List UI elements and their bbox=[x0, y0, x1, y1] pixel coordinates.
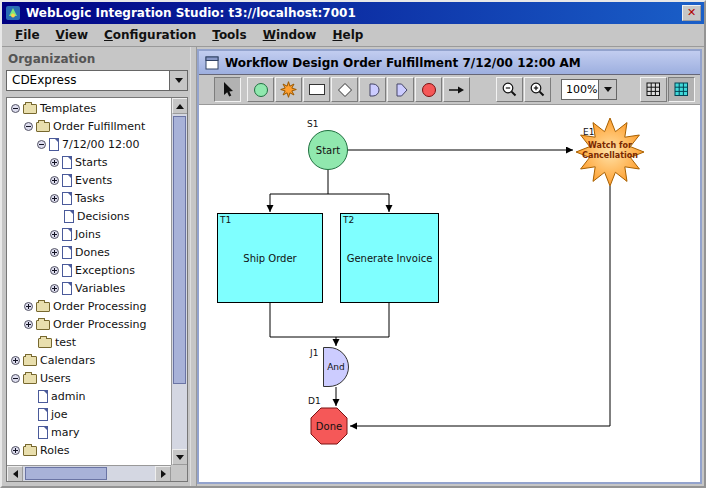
tree-item-decisions-6[interactable]: Decisions bbox=[8, 207, 171, 225]
tree-item-users-15[interactable]: Users bbox=[8, 369, 171, 387]
tree-item-order-processing-11[interactable]: Order Processing bbox=[8, 297, 171, 315]
join-or-tool[interactable] bbox=[387, 77, 414, 102]
tree-item-label: Order Processing bbox=[53, 318, 147, 331]
decision-tool[interactable] bbox=[331, 77, 358, 102]
scroll-left-button[interactable] bbox=[7, 466, 23, 482]
node-e1-watch-for-cancellation[interactable]: E1Watch for Cancellation bbox=[575, 117, 645, 187]
node-t2-generate-invoice[interactable]: T2Generate Invoice bbox=[340, 213, 439, 303]
tree-item-mary-18[interactable]: mary bbox=[8, 423, 171, 441]
event-tool[interactable] bbox=[275, 77, 302, 102]
tree-item-label: 7/12/00 12:00 bbox=[62, 138, 140, 151]
zoom-out-icon bbox=[501, 81, 518, 98]
horizontal-scroll-thumb[interactable] bbox=[25, 467, 107, 480]
tree-item-exceptions-9[interactable]: Exceptions bbox=[8, 261, 171, 279]
zoom-out-button[interactable] bbox=[496, 77, 523, 102]
expand-handle-icon[interactable] bbox=[11, 446, 20, 455]
connection-tool[interactable] bbox=[443, 77, 470, 102]
join-and-tool[interactable] bbox=[359, 77, 386, 102]
tree-item-variables-10[interactable]: Variables bbox=[8, 279, 171, 297]
tree-item-starts-3[interactable]: Starts bbox=[8, 153, 171, 171]
expand-handle-icon[interactable] bbox=[50, 194, 59, 203]
collapse-handle-icon[interactable] bbox=[37, 140, 46, 149]
vertical-scroll-thumb[interactable] bbox=[173, 116, 186, 384]
show-grid-button[interactable] bbox=[640, 77, 667, 102]
arrow-right-icon bbox=[161, 470, 166, 478]
zoom-level-select[interactable]: 100% bbox=[561, 79, 617, 100]
tree-item-label: mary bbox=[51, 426, 80, 439]
done-tool[interactable] bbox=[415, 77, 442, 102]
tree-item-roles-19[interactable]: Roles bbox=[8, 441, 171, 459]
tree-item-label: Joins bbox=[75, 228, 101, 241]
zoom-dropdown-button[interactable] bbox=[598, 80, 616, 99]
workflow-window-titlebar[interactable]: Workflow Design Order Fulfillment 7/12/0… bbox=[199, 51, 700, 75]
done-icon bbox=[421, 82, 437, 98]
tree-item-label: joe bbox=[51, 408, 68, 421]
tree-horizontal-scrollbar[interactable] bbox=[7, 465, 171, 481]
menu-view[interactable]: View bbox=[48, 25, 96, 45]
expand-handle-icon[interactable] bbox=[50, 230, 59, 239]
tree-item-templates-0[interactable]: Templates bbox=[8, 99, 171, 117]
organization-select[interactable]: CDExpress bbox=[6, 70, 188, 91]
expand-handle-icon[interactable] bbox=[50, 284, 59, 293]
scroll-down-button[interactable] bbox=[172, 449, 188, 465]
doc-icon bbox=[62, 228, 72, 241]
doc-icon bbox=[62, 282, 72, 295]
panel-splitter[interactable] bbox=[190, 47, 197, 486]
node-t1-ship-order[interactable]: T1Ship Order bbox=[217, 213, 323, 303]
collapse-handle-icon[interactable] bbox=[11, 104, 20, 113]
workflow-window-icon bbox=[205, 56, 219, 70]
doc-icon bbox=[64, 210, 74, 223]
connection-arrow-icon bbox=[447, 84, 466, 96]
pointer-icon bbox=[220, 81, 235, 98]
organization-dropdown-button[interactable] bbox=[169, 71, 187, 90]
menu-configuration[interactable]: Configuration bbox=[96, 25, 204, 45]
menu-tools[interactable]: Tools bbox=[204, 25, 254, 45]
tree-item-order-processing-12[interactable]: Order Processing bbox=[8, 315, 171, 333]
tree-item-admin-16[interactable]: admin bbox=[8, 387, 171, 405]
collapse-handle-icon[interactable] bbox=[24, 122, 33, 131]
folder-icon bbox=[36, 122, 50, 132]
node-s1-start[interactable]: S1Start bbox=[308, 130, 348, 170]
collapse-handle-icon[interactable] bbox=[11, 374, 20, 383]
tree-item-test-13[interactable]: test bbox=[8, 333, 171, 351]
tree-item-tasks-5[interactable]: Tasks bbox=[8, 189, 171, 207]
expand-handle-icon[interactable] bbox=[24, 302, 33, 311]
tree-item-joe-17[interactable]: joe bbox=[8, 405, 171, 423]
expand-handle-icon[interactable] bbox=[50, 158, 59, 167]
node-label: Start bbox=[309, 131, 347, 169]
menu-file[interactable]: File bbox=[7, 25, 48, 45]
close-button[interactable]: ✕ bbox=[682, 5, 701, 21]
workflow-canvas[interactable]: S1StartE1Watch for CancellationT1Ship Or… bbox=[199, 105, 700, 482]
snap-grid-button[interactable] bbox=[668, 77, 695, 102]
tree-item-7-12-00-12-00-2[interactable]: 7/12/00 12:00 bbox=[8, 135, 171, 153]
folder-icon bbox=[23, 446, 37, 456]
start-tool[interactable] bbox=[247, 77, 274, 102]
node-d1-done[interactable]: D1Done bbox=[310, 407, 348, 445]
pointer-tool[interactable] bbox=[214, 77, 241, 102]
tree-item-order-fulfillment-1[interactable]: Order Fulfillment bbox=[8, 117, 171, 135]
zoom-in-button[interactable] bbox=[524, 77, 551, 102]
scroll-up-button[interactable] bbox=[172, 98, 188, 114]
scroll-right-button[interactable] bbox=[155, 466, 171, 482]
vertical-scroll-track[interactable] bbox=[172, 114, 187, 449]
grid-teal-icon bbox=[674, 82, 689, 97]
decision-icon bbox=[337, 82, 353, 98]
horizontal-scroll-track[interactable] bbox=[23, 466, 155, 481]
expand-handle-icon[interactable] bbox=[24, 320, 33, 329]
title-bar[interactable]: WebLogic Integration Studio: t3://localh… bbox=[2, 2, 704, 24]
menu-help[interactable]: Help bbox=[324, 25, 371, 45]
node-j1-and[interactable]: J1And bbox=[323, 347, 349, 387]
chevron-down-icon bbox=[604, 87, 612, 92]
tree-item-joins-7[interactable]: Joins bbox=[8, 225, 171, 243]
expand-handle-icon[interactable] bbox=[50, 248, 59, 257]
tree-item-events-4[interactable]: Events bbox=[8, 171, 171, 189]
task-tool[interactable] bbox=[303, 77, 330, 102]
expand-handle-icon[interactable] bbox=[50, 176, 59, 185]
menu-window[interactable]: Window bbox=[255, 25, 325, 45]
tree-item-calendars-14[interactable]: Calendars bbox=[8, 351, 171, 369]
tree-vertical-scrollbar[interactable] bbox=[171, 98, 187, 465]
expand-handle-icon[interactable] bbox=[11, 356, 20, 365]
tree-item-dones-8[interactable]: Dones bbox=[8, 243, 171, 261]
workflow-window-title: Workflow Design Order Fulfillment 7/12/0… bbox=[225, 56, 581, 70]
expand-handle-icon[interactable] bbox=[50, 266, 59, 275]
